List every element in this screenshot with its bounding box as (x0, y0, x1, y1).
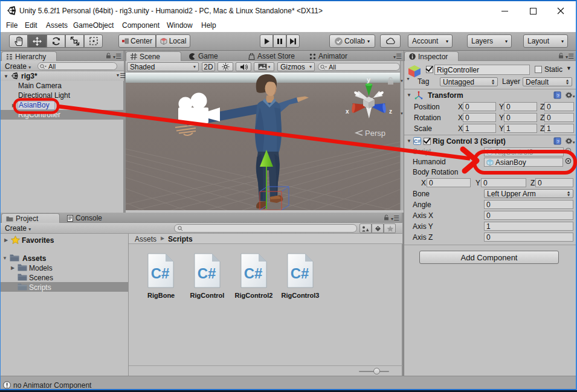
svg-text:?: ? (556, 93, 559, 98)
svg-text:#: # (489, 149, 491, 155)
svg-text:C#: C# (244, 265, 263, 281)
svg-text:C#: C# (198, 265, 216, 281)
svg-text:z: z (389, 108, 392, 115)
svg-text:C#: C# (291, 265, 309, 281)
svg-text:x: x (346, 108, 349, 115)
svg-text:?: ? (556, 139, 559, 144)
svg-text:C#: C# (151, 265, 170, 281)
svg-text:C#: C# (414, 138, 421, 144)
svg-text:y: y (367, 76, 371, 83)
svg-text:Persp: Persp (365, 129, 385, 138)
